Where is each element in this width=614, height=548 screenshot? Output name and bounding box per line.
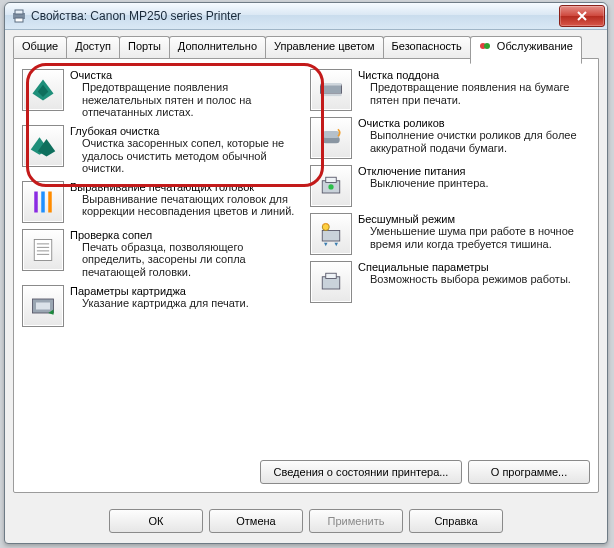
- close-icon: [577, 11, 587, 21]
- special-params-button[interactable]: [310, 261, 352, 303]
- svg-rect-2: [15, 18, 23, 22]
- params-icon: [317, 268, 345, 296]
- tab-label: Дополнительно: [178, 40, 257, 52]
- item-title: Проверка сопел: [70, 229, 302, 241]
- item-desc: Выполнение очистки роликов для более акк…: [370, 129, 590, 154]
- item-roller-clean: Очистка роликовВыполнение очистки ролико…: [310, 117, 590, 159]
- item-desc: Указание картриджа для печати.: [82, 297, 302, 310]
- tab-label: Порты: [128, 40, 161, 52]
- help-button[interactable]: Справка: [409, 509, 503, 533]
- tab-advanced[interactable]: Дополнительно: [169, 36, 266, 58]
- item-deep-cleaning: Глубокая очисткаОчистка засоренных сопел…: [22, 125, 302, 175]
- item-cleaning: ОчисткаПредотвращение появления нежелате…: [22, 69, 302, 119]
- tab-sharing[interactable]: Доступ: [66, 36, 120, 58]
- button-label: О программе...: [491, 466, 567, 478]
- ok-button[interactable]: ОК: [109, 509, 203, 533]
- button-label: Справка: [434, 515, 477, 527]
- item-cartridge: Параметры картриджаУказание картриджа дл…: [22, 285, 302, 327]
- tab-label: Безопасность: [392, 40, 462, 52]
- item-title: Чистка поддона: [358, 69, 590, 81]
- svg-rect-27: [322, 231, 340, 242]
- titlebar[interactable]: Свойства: Canon MP250 series Printer: [5, 3, 607, 30]
- quiet-mode-button[interactable]: [310, 213, 352, 255]
- tab-color[interactable]: Управление цветом: [265, 36, 384, 58]
- properties-window: Свойства: Canon MP250 series Printer Общ…: [4, 2, 608, 544]
- item-desc: Возможность выбора режимов работы.: [370, 273, 590, 286]
- tab-label: Управление цветом: [274, 40, 375, 52]
- cleaning-button[interactable]: [22, 69, 64, 111]
- item-title: Отключение питания: [358, 165, 590, 177]
- plate-icon: [317, 76, 345, 104]
- item-title: Специальные параметры: [358, 261, 590, 273]
- tab-label: Обслуживание: [497, 40, 573, 52]
- nozzle-check-button[interactable]: [22, 229, 64, 271]
- alignment-icon: [29, 188, 57, 216]
- button-label: Сведения о состоянии принтера...: [274, 466, 449, 478]
- deep-cleaning-button[interactable]: [22, 125, 64, 167]
- svg-point-4: [484, 43, 490, 49]
- item-title: Очистка: [70, 69, 302, 81]
- item-desc: Предотвращение появления на бумаге пятен…: [370, 81, 590, 106]
- panel-buttons: Сведения о состоянии принтера... О прогр…: [22, 460, 590, 484]
- roller-icon: [317, 124, 345, 152]
- svg-rect-19: [321, 85, 342, 94]
- cartridge-button[interactable]: [22, 285, 64, 327]
- nozzle-icon: [29, 236, 57, 264]
- item-quiet-mode: Бесшумный режимУменьшение шума при работ…: [310, 213, 590, 255]
- right-column: Чистка поддонаПредотвращение появления н…: [310, 69, 590, 454]
- printer-status-button[interactable]: Сведения о состоянии принтера...: [260, 460, 462, 484]
- cancel-button[interactable]: Отмена: [209, 509, 303, 533]
- svg-rect-10: [41, 191, 45, 212]
- button-label: Применить: [328, 515, 385, 527]
- deep-cleaning-icon: [29, 132, 57, 160]
- item-desc: Выравнивание печатающих головок для корр…: [82, 193, 302, 218]
- tab-label: Общие: [22, 40, 58, 52]
- tab-label: Доступ: [75, 40, 111, 52]
- left-column: ОчисткаПредотвращение появления нежелате…: [22, 69, 302, 454]
- cartridge-icon: [29, 292, 57, 320]
- svg-point-26: [328, 184, 333, 189]
- tab-general[interactable]: Общие: [13, 36, 67, 58]
- maintenance-panel: ОчисткаПредотвращение появления нежелате…: [13, 58, 599, 493]
- tab-ports[interactable]: Порты: [119, 36, 170, 58]
- svg-rect-1: [15, 10, 23, 14]
- printer-icon: [11, 8, 27, 24]
- item-title: Выравнивание печатающих головок: [70, 181, 302, 193]
- item-plate-clean: Чистка поддонаПредотвращение появления н…: [310, 69, 590, 111]
- item-special-params: Специальные параметрыВозможность выбора …: [310, 261, 590, 303]
- maintenance-icon: [479, 40, 491, 52]
- cleaning-icon: [29, 76, 57, 104]
- button-label: Отмена: [236, 515, 275, 527]
- power-off-button[interactable]: [310, 165, 352, 207]
- dialog-footer: ОК Отмена Применить Справка: [5, 501, 607, 543]
- apply-button[interactable]: Применить: [309, 509, 403, 533]
- power-icon: [317, 172, 345, 200]
- item-title: Очистка роликов: [358, 117, 590, 129]
- item-title: Глубокая очистка: [70, 125, 302, 137]
- tab-security[interactable]: Безопасность: [383, 36, 471, 58]
- head-align-button[interactable]: [22, 181, 64, 223]
- plate-clean-button[interactable]: [310, 69, 352, 111]
- svg-rect-18: [36, 302, 50, 309]
- svg-rect-20: [321, 83, 342, 86]
- close-button[interactable]: [559, 5, 605, 27]
- svg-rect-12: [34, 239, 52, 260]
- quiet-icon: [317, 220, 345, 248]
- svg-rect-23: [322, 131, 340, 138]
- svg-rect-30: [326, 273, 337, 278]
- svg-rect-9: [34, 191, 38, 212]
- window-title: Свойства: Canon MP250 series Printer: [31, 9, 559, 23]
- item-desc: Выключение принтера.: [370, 177, 590, 190]
- svg-rect-11: [48, 191, 52, 212]
- about-button[interactable]: О программе...: [468, 460, 590, 484]
- item-title: Бесшумный режим: [358, 213, 590, 225]
- item-desc: Предотвращение появления нежелательных п…: [82, 81, 302, 119]
- button-label: ОК: [149, 515, 164, 527]
- roller-clean-button[interactable]: [310, 117, 352, 159]
- svg-rect-25: [326, 177, 337, 182]
- tab-maintenance[interactable]: Обслуживание: [470, 36, 582, 64]
- item-nozzle-check: Проверка сопелПечать образца, позволяюще…: [22, 229, 302, 279]
- item-title: Параметры картриджа: [70, 285, 302, 297]
- item-desc: Уменьшение шума при работе в ночное врем…: [370, 225, 590, 250]
- svg-rect-21: [321, 94, 342, 97]
